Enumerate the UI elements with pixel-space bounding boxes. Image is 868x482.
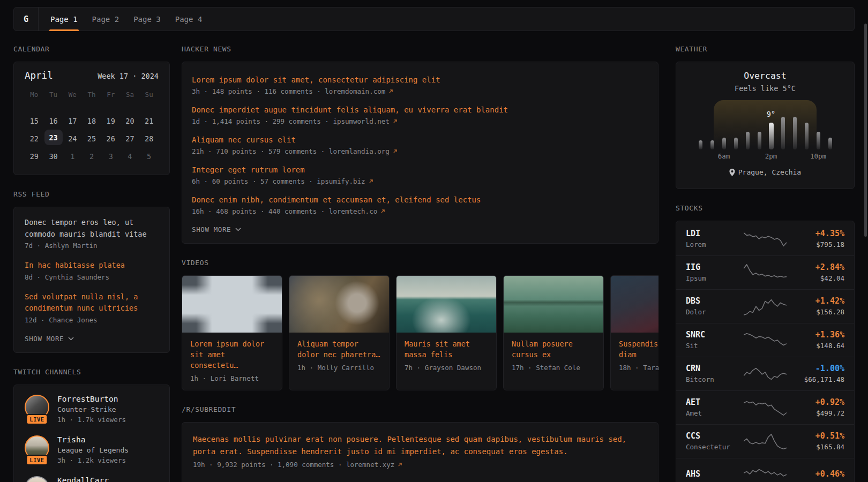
weekday-label: Su xyxy=(145,91,153,102)
video-title-link[interactable]: Suspendisse diam xyxy=(619,338,659,360)
stock-price: $42.04 xyxy=(791,274,844,282)
dashboard-page: G Page 1 Page 2 Page 3 Page 4 CALENDAR A… xyxy=(0,0,868,482)
calendar-day-next-month: 2 xyxy=(83,147,101,165)
stock-price: $156.28 xyxy=(791,308,844,316)
weekday-label: Fr xyxy=(107,91,115,102)
hn-show-more-button[interactable]: SHOW MORE xyxy=(192,225,241,234)
twitch-avatar[interactable]: LIVE xyxy=(25,395,49,421)
stock-ticker: CCS xyxy=(686,431,739,441)
page-scrollbar[interactable] xyxy=(864,24,867,237)
tab-page-2[interactable]: Page 2 xyxy=(92,7,119,31)
videos-widget: VIDEOS Lorem ipsum dolor sit amet consec… xyxy=(182,259,659,390)
weather-hour-labels: 6am 2pm 10pm xyxy=(694,152,836,161)
video-title-link[interactable]: Nullam posuere cursus ex xyxy=(512,338,595,360)
stock-row[interactable]: CRN Bitcorn -1.00% $66,171.48 xyxy=(676,357,854,390)
tab-page-3[interactable]: Page 3 xyxy=(133,7,161,31)
calendar-weekday-row: Mo Tu We Th Fr Sa Su xyxy=(25,91,159,102)
stock-sparkline xyxy=(744,330,787,350)
twitch-category: Counter-Strike xyxy=(57,405,126,413)
app-logo[interactable]: G xyxy=(14,7,39,31)
show-more-label: SHOW MORE xyxy=(192,225,231,234)
video-meta: 1h · Lori Barnett xyxy=(190,374,274,382)
hn-article-link[interactable]: Aliquam nec cursus elit xyxy=(192,135,648,145)
calendar-day: 21 xyxy=(140,112,158,130)
weather-bar xyxy=(781,117,785,149)
stocks-card: LDI Lorem +4.35% $795.18 IIG Ipsum xyxy=(676,221,855,482)
calendar-day: 19 xyxy=(102,112,120,130)
stock-change: +1.42% xyxy=(791,296,844,306)
stock-sparkline xyxy=(744,364,787,384)
stock-price: $795.18 xyxy=(791,240,844,248)
hn-article-link[interactable]: Donec enim nibh, condimentum et accumsan… xyxy=(192,195,648,205)
video-meta: 7h · Grayson Dawson xyxy=(405,364,488,372)
video-title-link[interactable]: Aliquam tempor dolor nec pharetra… xyxy=(297,338,381,360)
stock-name: Bitcorn xyxy=(686,375,739,383)
header: G Page 1 Page 2 Page 3 Page 4 xyxy=(13,7,855,31)
show-more-label: SHOW MORE xyxy=(25,335,64,343)
stock-ticker: AET xyxy=(686,397,739,407)
video-thumbnail[interactable] xyxy=(396,276,496,333)
hn-item: Aliquam nec cursus elit 21h · 710 points… xyxy=(192,135,648,155)
stock-row[interactable]: IIG Ipsum +2.84% $42.04 xyxy=(676,255,854,289)
external-link-icon xyxy=(393,149,398,154)
video-title-link[interactable]: Mauris sit amet massa felis xyxy=(405,338,488,360)
weather-bar xyxy=(805,123,809,149)
twitch-avatar[interactable]: LIVE xyxy=(25,435,49,462)
video-card: Mauris sit amet massa felis 7h · Grayson… xyxy=(396,275,497,390)
rss-article-link[interactable]: In hac habitasse platea xyxy=(25,260,159,272)
hour-label: 10pm xyxy=(810,152,826,160)
chevron-down-icon xyxy=(68,337,74,341)
calendar-day: 17 xyxy=(63,112,81,130)
twitch-channel-link[interactable]: ForrestBurton xyxy=(57,395,126,403)
video-thumbnail[interactable] xyxy=(289,276,389,333)
calendar-day: 22 xyxy=(25,130,43,147)
stock-row[interactable]: DBS Dolor +1.42% $156.28 xyxy=(676,289,854,323)
rss-article-link[interactable]: Donec tempor eros leo, ut commodo mauris… xyxy=(25,217,159,240)
twitch-channel-link[interactable]: Trisha xyxy=(57,435,129,444)
hn-article-meta: 3h · 148 points · 116 comments · loremdo… xyxy=(192,87,385,95)
hn-article-link[interactable]: Donec imperdiet augue tincidunt felis al… xyxy=(192,105,648,115)
twitch-channel-link[interactable]: KendallCarr xyxy=(57,476,109,482)
twitch-category: League of Legends xyxy=(57,446,129,454)
hn-article-meta: 16h · 468 points · 440 comments · loremt… xyxy=(192,207,377,215)
rss-card: Donec tempor eros leo, ut commodo mauris… xyxy=(13,207,170,353)
calendar-day-next-month: 3 xyxy=(102,147,120,165)
weather-chart: 9° xyxy=(694,100,836,149)
live-badge: LIVE xyxy=(26,414,48,425)
video-meta: 17h · Stefan Cole xyxy=(512,364,595,372)
stock-row[interactable]: SNRC Sit +1.36% $148.64 xyxy=(676,323,854,357)
twitch-channel-row: LIVE Trisha League of Legends 3h · 1.2k … xyxy=(25,435,159,464)
avatar xyxy=(25,476,49,482)
tab-page-4[interactable]: Page 4 xyxy=(175,7,203,31)
calendar-day: 29 xyxy=(25,147,43,165)
rss-show-more-button[interactable]: SHOW MORE xyxy=(25,335,74,343)
weather-bar xyxy=(817,132,820,149)
stock-row[interactable]: AHS +0.46% xyxy=(676,458,854,482)
twitch-avatar[interactable] xyxy=(25,476,49,482)
weekday-label: Tu xyxy=(49,91,57,102)
weather-bar xyxy=(828,138,832,149)
reddit-post-link[interactable]: Maecenas mollis pulvinar erat non posuer… xyxy=(193,433,647,457)
rss-article-meta: 8d · Cynthia Saunders xyxy=(25,273,109,281)
weather-location-label: Prague, Czechia xyxy=(738,168,801,176)
hn-article-link[interactable]: Integer eget rutrum lorem xyxy=(192,165,648,175)
twitch-card: LIVE ForrestBurton Counter-Strike 1h · 1… xyxy=(13,385,170,482)
calendar-card: April Week 17 · 2024 Mo Tu We Th Fr Sa S… xyxy=(13,62,170,175)
hn-article-link[interactable]: Lorem ipsum dolor sit amet, consectetur … xyxy=(192,75,648,85)
weather-heading: WEATHER xyxy=(676,45,855,54)
calendar-month: April xyxy=(25,70,53,81)
stock-sparkline xyxy=(744,397,787,418)
rss-article-link[interactable]: Sed volutpat nulla nisl, a condimentum n… xyxy=(25,291,159,314)
video-title-link[interactable]: Lorem ipsum dolor sit amet consectetu… xyxy=(190,338,274,371)
video-thumbnail[interactable] xyxy=(182,276,282,333)
middle-column: HACKER NEWS Lorem ipsum dolor sit amet, … xyxy=(182,45,659,482)
stock-row[interactable]: CCS Consectetur +0.51% $165.84 xyxy=(676,424,854,458)
video-thumbnail[interactable] xyxy=(504,276,603,333)
stock-row[interactable]: LDI Lorem +4.35% $795.18 xyxy=(676,222,854,255)
video-thumbnail[interactable] xyxy=(611,276,659,333)
tab-page-1[interactable]: Page 1 xyxy=(50,7,78,31)
weather-bar xyxy=(734,138,738,149)
stock-row[interactable]: AET Amet +0.92% $499.72 xyxy=(676,390,854,424)
weather-bar xyxy=(769,123,774,149)
reddit-post-meta: 19h · 9,932 points · 1,090 comments · lo… xyxy=(193,461,394,469)
